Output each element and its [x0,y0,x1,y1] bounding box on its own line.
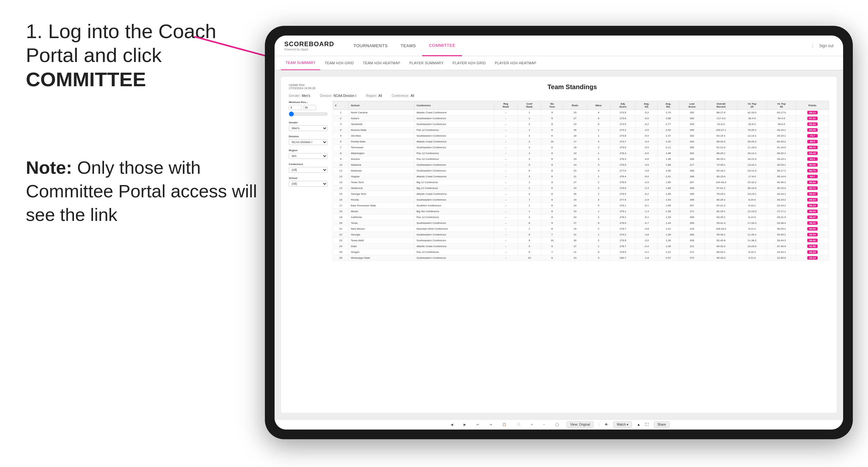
cell-25-5: 8 [541,255,563,261]
cell-7-7: 1 [587,151,610,156]
cell-12-1: Texas Tech [349,180,414,185]
cell-9-12: 72-30-1 [705,162,738,168]
toolbar-prev[interactable]: ◀ [448,422,456,428]
sub-nav-team-summary[interactable]: TEAM SUMMARY [281,56,320,70]
sub-nav-team-h2h-grid[interactable]: TEAM H2H GRID [320,56,358,70]
cell-9-2: Southeastern Conference [414,162,494,168]
cell-8-2: Pac-12 Conference [414,156,494,162]
cell-2-7: 6 [587,121,610,127]
cell-18-1: California [349,214,414,220]
cell-16-5: 8 [541,203,563,209]
cell-17-1: Illinois [349,209,414,214]
school-select[interactable]: (All) [289,181,328,187]
conference-select[interactable]: (All) [289,167,328,173]
sign-out-button[interactable]: Sign out [812,43,833,48]
toolbar-next[interactable]: ▶ [461,422,469,428]
cell-7-3: – [494,151,518,156]
cell-2-3: – [494,121,518,127]
cell-15-4: 7 [518,197,541,203]
division-select[interactable]: NCAA Division I [289,139,328,145]
cell-4-14: 29-15-1 [767,133,796,139]
cell-22-9: -2.0 [636,238,657,244]
cell-12-6: 27 [563,180,587,185]
cell-23-11: 221 [679,244,705,249]
cell-13-1: Oklahoma [349,185,414,191]
min-rounds-max-input[interactable] [303,105,316,110]
cell-23-4: 5 [518,244,541,249]
table-row: 1North CarolinaAtlantic Coast Conference… [333,110,829,116]
watch-button[interactable]: Watch ▾ [613,422,632,428]
cell-17-5: 8 [541,209,563,214]
view-original-button[interactable]: View: Original [567,422,594,428]
cell-5-13: 33-25-2 [738,139,767,145]
toolbar-copy[interactable]: 📋 [500,422,509,428]
note-text: Note: Only those with Committee Portal a… [26,156,262,226]
cell-1-13: 30-4-0 [738,116,767,121]
cell-2-9: -6.2 [636,121,657,127]
cell-15-6: 24 [563,197,587,203]
sub-nav-player-h2h-heatmap[interactable]: PLAYER H2H HEATMAP [490,56,541,70]
cell-17-9: -1.4 [636,209,657,214]
cell-8-7: 4 [587,156,610,162]
cell-13-15: 60.71 [796,185,829,191]
cell-9-11: 217 [679,162,705,168]
toolbar-add[interactable]: + [528,422,535,428]
cell-5-9: -4.4 [636,139,657,145]
cell-9-0: 10 [333,162,349,168]
nav-committee[interactable]: COMMITTEE [422,35,462,56]
cell-16-7: 5 [587,203,610,209]
min-rounds-min-input[interactable] [289,105,302,110]
gender-select[interactable]: Men's [289,125,328,131]
cell-0-9: -5.2 [636,110,657,116]
region-select[interactable]: N/A [289,153,328,159]
eye-icon: 👁 [605,423,608,426]
toolbar-paste[interactable]: 📄 [514,422,523,428]
cell-8-4: 3 [518,156,541,162]
cell-5-10: 2.20 [657,139,679,145]
cell-12-13: 15-32-2 [738,180,767,185]
cell-21-11: 266 [679,232,705,238]
sub-nav-player-summary[interactable]: PLAYER SUMMARY [405,56,448,70]
cell-11-0: 12 [333,174,349,180]
sub-nav-player-h2h-grid[interactable]: PLAYER H2H GRID [448,56,490,70]
cell-14-10: 1.85 [657,191,679,197]
cell-10-0: 11 [333,168,349,174]
cell-0-15: 89.11 [796,110,829,116]
cell-16-8: 278.1 [610,203,636,209]
toolbar-redo[interactable]: ↪ [487,422,495,428]
cell-22-11: 269 [679,238,705,244]
cell-6-1: Tennessee [349,145,414,151]
cell-15-12: 80-25-2 [705,197,738,203]
cell-15-10: 1.63 [657,197,679,203]
cell-8-11: 268 [679,156,705,162]
cell-15-15: 48.02 [796,197,829,203]
nav-tournaments[interactable]: TOURNAMENTS [347,35,394,56]
panel-header: Update time: 27/03/2024 16:56:26 Team St… [289,83,829,91]
cell-22-0: 23 [333,238,349,244]
cell-2-12: 91-6-0 [705,121,738,127]
cell-13-0: 14 [333,185,349,191]
cell-5-11: 264 [679,139,705,145]
sub-nav-team-h2h-heatmap[interactable]: TEAM H2H HEATMAP [358,56,405,70]
cell-23-10: 1.39 [657,244,679,249]
standings-table: # School Conference RegRank ConfRank NoT… [333,101,829,261]
table-row: 5Ole MissSoutheastern Conference–3618127… [333,133,829,139]
cell-22-7: 2 [587,238,610,244]
toolbar-minus[interactable]: − [540,422,548,428]
cell-25-8: 280.7 [610,255,636,261]
table-row: 16FloridaSoutheastern Conference–7924427… [333,197,829,203]
share-button[interactable]: Share [654,422,670,428]
toolbar-clock[interactable]: ◯ [553,422,561,428]
cell-17-2: Big Ten Conference [414,209,494,214]
cell-7-5: 8 [541,151,563,156]
toolbar-undo[interactable]: ↩ [474,422,482,428]
gender-sidebar-label: Gender [289,121,328,124]
cell-14-11: 265 [679,191,705,197]
min-rounds-slider[interactable] [289,112,328,117]
cell-18-10: 1.53 [657,214,679,220]
cell-7-10: 1.98 [657,151,679,156]
cell-21-0: 22 [333,232,349,238]
nav-teams[interactable]: TEAMS [394,35,422,56]
cell-5-0: 6 [333,139,349,145]
cell-3-8: 274.2 [610,127,636,133]
